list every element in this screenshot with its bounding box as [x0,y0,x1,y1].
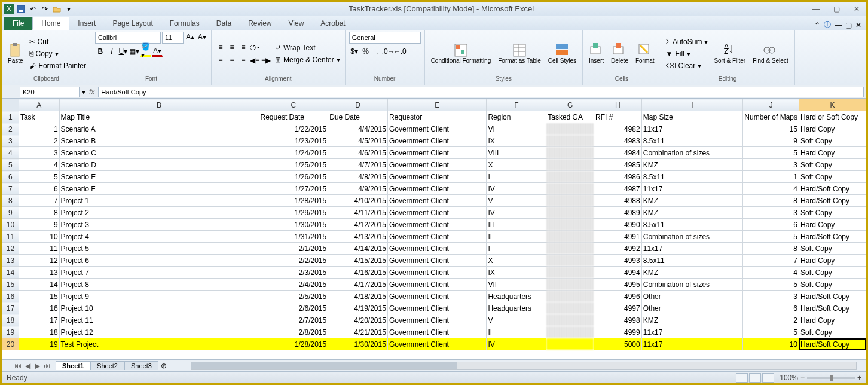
cell-F18[interactable]: V [487,314,546,326]
redo-icon[interactable]: ↷ [40,4,50,14]
cell-J20[interactable]: 10 [743,338,799,350]
fx-icon[interactable]: fx [85,88,98,96]
cell-G16[interactable] [546,291,594,302]
row-header-15[interactable]: 15 [2,279,19,291]
cell-F11[interactable]: II [487,231,546,243]
cell-A6[interactable]: 5 [19,171,59,183]
increase-font-icon[interactable]: A▴ [185,32,195,42]
cell-G9[interactable] [546,207,594,219]
cell-F16[interactable]: Headquarters [487,291,546,302]
bold-button[interactable]: B [95,46,106,57]
cell-F19[interactable]: II [487,326,546,338]
cell-H12[interactable]: 4992 [594,243,642,255]
cell-K1[interactable]: Hard or Soft Copy [799,111,866,123]
cell-A18[interactable]: 17 [19,314,59,326]
cell-G19[interactable] [546,326,594,338]
cell-C11[interactable]: 1/31/2015 [259,231,328,243]
tab-review[interactable]: Review [240,17,280,30]
cell-H9[interactable]: 4989 [594,207,642,219]
decrease-font-icon[interactable]: A▾ [197,32,207,42]
cell-F10[interactable]: III [487,219,546,231]
cell-F7[interactable]: IV [487,183,546,195]
normal-view-button[interactable] [736,373,748,383]
percent-icon[interactable]: % [360,46,371,57]
cell-H16[interactable]: 4996 [594,291,642,302]
minimize-button[interactable]: — [809,4,823,14]
tab-acrobat[interactable]: Acrobat [312,17,353,30]
tab-home[interactable]: Home [32,17,69,30]
cell-C3[interactable]: 1/23/2015 [259,135,328,147]
cell-G1[interactable]: Tasked GA [546,111,594,123]
page-break-view-button[interactable] [762,373,774,383]
cell-B4[interactable]: Scenario C [59,147,259,159]
cell-B1[interactable]: Map Title [59,111,259,123]
cell-D14[interactable]: 4/16/2015 [328,267,388,279]
cell-I12[interactable]: 11x17 [641,243,743,255]
cell-I14[interactable]: KMZ [641,267,743,279]
row-header-18[interactable]: 18 [2,314,19,326]
cell-I13[interactable]: 8.5x11 [641,255,743,267]
cell-B2[interactable]: Scenario A [59,123,259,135]
align-middle-icon[interactable]: ≡ [227,42,237,53]
cell-B15[interactable]: Project 8 [59,279,259,291]
cell-G8[interactable] [546,195,594,207]
find-select-button[interactable]: Find & Select [750,42,790,65]
tab-page-layout[interactable]: Page Layout [104,17,161,30]
cell-I7[interactable]: 11x17 [641,183,743,195]
cell-C2[interactable]: 1/22/2015 [259,123,328,135]
cell-B13[interactable]: Project 6 [59,255,259,267]
cell-D20[interactable]: 1/30/2015 [328,338,388,350]
new-sheet-icon[interactable]: ⊕ [161,362,167,370]
cell-I9[interactable]: KMZ [641,207,743,219]
cell-styles-button[interactable]: Cell Styles [546,42,579,65]
cell-B19[interactable]: Project 12 [59,326,259,338]
cell-J9[interactable]: 3 [743,207,799,219]
font-name-combo[interactable]: Calibri [95,32,161,44]
col-header-A[interactable]: A [19,99,59,111]
open-icon[interactable] [52,4,62,14]
cell-G6[interactable] [546,171,594,183]
cell-G14[interactable] [546,267,594,279]
ribbon-minimize-icon[interactable]: ⌃ [814,21,820,29]
cell-B3[interactable]: Scenario B [59,135,259,147]
cell-H7[interactable]: 4987 [594,183,642,195]
cell-H15[interactable]: 4995 [594,279,642,291]
cell-E7[interactable]: Government Client [387,183,487,195]
cell-E15[interactable]: Government Client [387,279,487,291]
sheet-nav-last-icon[interactable]: ⏭ [42,362,51,370]
sheet-tab-sheet2[interactable]: Sheet2 [90,361,124,370]
merge-center-button[interactable]: ⊞Merge & Center▾ [274,54,341,65]
cell-G3[interactable] [546,135,594,147]
cell-J11[interactable]: 5 [743,231,799,243]
cell-K10[interactable]: Hard Copy [799,219,866,231]
cell-C16[interactable]: 2/5/2015 [259,291,328,302]
cell-I15[interactable]: Combination of sizes [641,279,743,291]
number-format-combo[interactable]: General [349,32,421,44]
cell-K5[interactable]: Soft Copy [799,159,866,171]
cell-E2[interactable]: Government Client [387,123,487,135]
cell-B10[interactable]: Project 3 [59,219,259,231]
cell-H1[interactable]: RFI # [594,111,642,123]
cell-D1[interactable]: Due Date [328,111,388,123]
cell-E1[interactable]: Requestor [387,111,487,123]
cell-K3[interactable]: Soft Copy [799,135,866,147]
cell-A17[interactable]: 16 [19,302,59,314]
fill-color-button[interactable]: 🪣▾ [140,46,151,57]
border-button[interactable]: ▦▾ [129,46,140,57]
col-header-G[interactable]: G [546,99,594,111]
cell-I2[interactable]: 11x17 [641,123,743,135]
cell-C6[interactable]: 1/26/2015 [259,171,328,183]
cell-D5[interactable]: 4/7/2015 [328,159,388,171]
cell-D13[interactable]: 4/15/2015 [328,255,388,267]
cell-C8[interactable]: 1/28/2015 [259,195,328,207]
cell-I6[interactable]: 8.5x11 [641,171,743,183]
tab-data[interactable]: Data [208,17,240,30]
cell-A12[interactable]: 11 [19,243,59,255]
cell-K20[interactable]: Hard/Soft Copy [799,338,866,350]
row-header-17[interactable]: 17 [2,302,19,314]
cell-K15[interactable]: Soft Copy [799,279,866,291]
currency-icon[interactable]: $▾ [349,46,360,57]
decrease-indent-icon[interactable]: ◀≡ [249,55,260,66]
cell-C5[interactable]: 1/25/2015 [259,159,328,171]
cell-B17[interactable]: Project 10 [59,302,259,314]
